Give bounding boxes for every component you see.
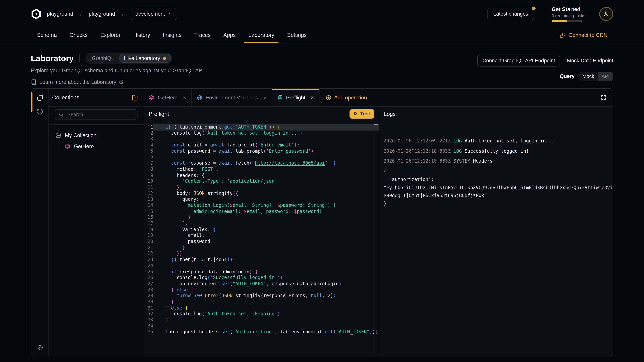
line-number: 1	[144, 124, 153, 130]
line-number: 5	[144, 148, 153, 155]
tab-preflight[interactable]: Preflight ×	[272, 89, 320, 106]
fullscreen-icon[interactable]	[594, 89, 613, 106]
code-line-33: 33}	[144, 317, 379, 323]
learn-more-link[interactable]: Learn more about the Laboratory	[31, 79, 205, 85]
line-number: 26	[144, 275, 153, 281]
line-number: 29	[144, 293, 153, 299]
line-number: 31	[144, 305, 153, 311]
tab-environment-variables[interactable]: Environment Variables ×	[192, 89, 272, 106]
hive-logo-icon[interactable]	[31, 8, 42, 19]
code-line-24: 24	[144, 263, 379, 269]
book-icon	[31, 79, 36, 85]
search-input[interactable]	[66, 111, 134, 118]
line-number: 27	[144, 281, 153, 287]
connect-graphql-api-endpoint-button[interactable]: Connect GraphQL API Endpoint	[477, 55, 560, 66]
collection-folder-label: My Collection	[65, 132, 96, 138]
mock-data-endpoint-button[interactable]: Mock Data Endpoint	[567, 58, 613, 63]
get-started-title: Get Started	[552, 6, 582, 12]
test-button-label: Test	[360, 111, 370, 116]
code-line-35: 35lab.request.headers.set('Authorization…	[144, 329, 379, 335]
active-mode-dot	[163, 57, 166, 60]
query-mode-mock[interactable]: Mock	[579, 72, 598, 81]
nav-item-laboratory[interactable]: Laboratory	[248, 27, 274, 43]
close-icon[interactable]: ×	[311, 94, 314, 100]
line-number: 35	[144, 329, 153, 335]
collection-folder-row[interactable]: My Collection	[53, 131, 140, 140]
collections-icon[interactable]	[36, 94, 44, 101]
user-avatar[interactable]	[599, 7, 613, 21]
line-number: 34	[144, 323, 153, 329]
page-header-right: Connect GraphQL API Endpoint Mock Data E…	[477, 52, 613, 85]
code-line-23: 23 }).then(r => r.json());	[144, 257, 379, 263]
active-rail-indicator	[31, 92, 32, 112]
code-line-10: 10 'Content-Type': 'application/json'	[144, 179, 379, 185]
code-line-19: 19 email,	[144, 233, 379, 239]
globe-icon	[196, 94, 202, 100]
nav-item-insights[interactable]: Insights	[163, 27, 182, 43]
line-number: 8	[144, 167, 153, 173]
preflight-code-editor[interactable]: 1if (!lab.environment.get("AUTH_TOKEN"))…	[144, 121, 379, 357]
close-icon[interactable]: ×	[183, 94, 186, 100]
search-box[interactable]	[55, 109, 138, 120]
query-mode-api[interactable]: API	[598, 72, 613, 81]
log-json-line: "eyJhbGciOiJIUzI1NiIsInR5cCI6IkpXVCJ9.ey…	[384, 184, 613, 192]
graphql-icon	[149, 95, 154, 100]
graphql-icon	[65, 144, 70, 149]
connect-to-cdn-link[interactable]: Connect to CDN	[560, 32, 608, 38]
code-line-2: 2 console.log('Auth token not set, loggi…	[144, 130, 379, 136]
tab-gethero[interactable]: GetHero ×	[144, 89, 192, 106]
nav-item-settings[interactable]: Settings	[287, 27, 307, 43]
log-json-line: {	[384, 167, 613, 175]
history-icon[interactable]	[36, 108, 44, 115]
app-root: playground / playground / development La…	[0, 0, 644, 362]
code-line-15: 15 adminLogin(email: $email, password: $…	[144, 209, 379, 215]
line-number: 28	[144, 287, 153, 293]
line-number: 16	[144, 215, 153, 221]
editor-scrollbar-thumb[interactable]	[374, 124, 378, 125]
code-lines: 1if (!lab.environment.get("AUTH_TOKEN"))…	[144, 124, 379, 335]
person-icon	[603, 10, 610, 17]
nav-item-schema[interactable]: Schema	[37, 27, 57, 43]
tabs-bar: GetHero × Environment Variables ×	[144, 89, 613, 107]
code-line-14: 14 mutation Login($email: String!, $pass…	[144, 203, 379, 209]
line-number: 24	[144, 263, 153, 269]
latest-changes-button[interactable]: Latest changes	[487, 7, 534, 20]
settings-gear-icon[interactable]	[36, 344, 44, 351]
folder-open-icon	[56, 132, 61, 138]
line-number: 25	[144, 269, 153, 275]
play-icon	[354, 112, 358, 116]
add-operation-button[interactable]: Add operation	[320, 89, 373, 106]
breadcrumb-project[interactable]: playground	[89, 11, 115, 17]
test-button[interactable]: Test	[350, 109, 374, 118]
code-line-7: 7 const response = await fetch("http://l…	[144, 161, 379, 167]
tab-label: Environment Variables	[206, 94, 258, 100]
main-nav: SchemaChecksExplorerHistoryInsightsTrace…	[0, 27, 644, 43]
mode-option-hive-laboratory[interactable]: Hive Laboratory	[119, 54, 171, 63]
code-line-13: 13 query: `	[144, 197, 379, 203]
mode-option-graphiql[interactable]: GraphiQL	[87, 54, 119, 63]
log-json-line: "authorization":	[384, 176, 613, 184]
breadcrumb-org[interactable]: playground	[47, 11, 73, 17]
nav-item-checks[interactable]: Checks	[70, 27, 88, 43]
nav-item-explorer[interactable]: Explorer	[100, 27, 120, 43]
top-bar: playground / playground / development La…	[0, 0, 644, 27]
log-json-line: B90oqg_IjOmGtjP6CkiV5Jt695jBD0fjzPxk"	[384, 192, 613, 200]
get-started-widget[interactable]: Get Started 3 remaining tasks	[552, 6, 582, 22]
code-line-4: 4 const email = await lab.prompt('Enter …	[144, 142, 379, 148]
close-icon[interactable]: ×	[264, 94, 267, 100]
code-line-32: 32 console.log('Auth token set, skipping…	[144, 311, 379, 317]
nav-item-traces[interactable]: Traces	[194, 27, 211, 43]
link-icon	[560, 32, 566, 38]
logs-pane-title: Logs	[384, 111, 396, 117]
operation-row-gethero[interactable]: GetHero	[60, 141, 140, 151]
nav-item-history[interactable]: History	[133, 27, 150, 43]
code-line-5: 5 const password = await lab.prompt('Ent…	[144, 148, 379, 155]
code-line-29: 29 throw new Error(JSON.stringify(respon…	[144, 293, 379, 299]
page-title: Laboratory	[31, 54, 74, 63]
new-folder-icon[interactable]	[132, 94, 138, 101]
search-icon	[59, 112, 64, 117]
code-line-16: 16 }	[144, 215, 379, 221]
operation-label: GetHero	[74, 143, 94, 149]
nav-item-apps[interactable]: Apps	[224, 27, 236, 43]
target-selector[interactable]: development	[131, 7, 178, 20]
